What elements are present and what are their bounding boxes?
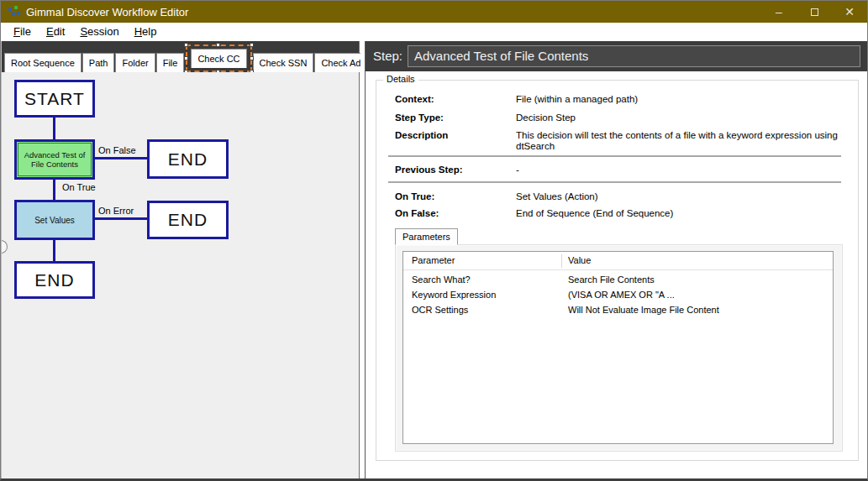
cell-parameter: Search What? bbox=[412, 274, 471, 285]
description-value: This decision will test the contents of … bbox=[516, 130, 860, 152]
connector-setvalues-to-end bbox=[53, 239, 55, 262]
step-title-field: Advanced Test of File Contents bbox=[408, 45, 860, 67]
on-false-value: End of Sequence (End of Sequence) bbox=[516, 208, 860, 219]
menu-edit[interactable]: Edit bbox=[39, 24, 72, 39]
selection-handle[interactable] bbox=[184, 56, 188, 60]
app-window: Gimmal Discover Workflow Editor – ✕ File… bbox=[0, 0, 868, 481]
step-type-label: Step Type: bbox=[395, 112, 444, 123]
selection-handle[interactable] bbox=[250, 43, 254, 47]
context-label: Context: bbox=[395, 94, 434, 104]
menu-help[interactable]: Help bbox=[127, 24, 165, 39]
workflow-canvas[interactable]: On False On True On Error START Advanced… bbox=[2, 72, 359, 479]
details-groupbox: Details Context: File (within a managed … bbox=[376, 80, 859, 461]
minimize-icon[interactable]: – bbox=[761, 1, 797, 23]
cell-value: Search File Contents bbox=[568, 274, 655, 285]
step-label: Step: bbox=[373, 49, 402, 63]
parameters-tabpage: Parameter Value Search What? Search File… bbox=[395, 244, 843, 452]
cell-parameter: OCR Settings bbox=[412, 305, 468, 315]
tab-path[interactable]: Path bbox=[82, 53, 115, 72]
node-start[interactable]: START bbox=[14, 80, 95, 118]
selection-handle[interactable] bbox=[184, 43, 188, 47]
edge-label-on-true: On True bbox=[62, 182, 96, 192]
tab-root-sequence[interactable]: Root Sequence bbox=[4, 53, 82, 72]
parameters-table: Parameter Value Search What? Search File… bbox=[402, 251, 834, 444]
selection-handle[interactable] bbox=[216, 43, 220, 47]
column-header-parameter[interactable]: Parameter bbox=[412, 255, 455, 265]
app-icon bbox=[8, 6, 21, 18]
menu-session[interactable]: Session bbox=[72, 24, 126, 39]
tabs-row: Root Sequence Path Folder File Check CC bbox=[4, 44, 391, 72]
tab-file[interactable]: File bbox=[156, 53, 185, 72]
separator bbox=[388, 181, 841, 183]
maximize-icon[interactable] bbox=[797, 1, 832, 23]
details-legend: Details bbox=[383, 74, 418, 84]
description-label: Description bbox=[395, 130, 448, 140]
step-header: Step: Advanced Test of File Contents bbox=[366, 41, 867, 71]
step-pane: Step: Advanced Test of File Contents Det… bbox=[365, 41, 867, 479]
connector-setvalues-to-end-error bbox=[95, 217, 147, 220]
table-row[interactable]: Keyword Expression (VISA OR AMEX OR "A .… bbox=[403, 288, 833, 303]
parameters-table-header: Parameter Value bbox=[403, 252, 833, 270]
node-advanced-test-label: Advanced Test of File Contents bbox=[18, 143, 92, 176]
tab-folder[interactable]: Folder bbox=[115, 53, 155, 72]
column-divider[interactable] bbox=[561, 254, 562, 268]
cell-parameter: Keyword Expression bbox=[412, 290, 496, 300]
previous-step-label: Previous Step: bbox=[395, 165, 463, 175]
cell-value: (VISA OR AMEX OR "A ... bbox=[568, 290, 675, 300]
table-row[interactable]: Search What? Search File Contents bbox=[403, 273, 833, 288]
connector-decision-to-setvalues bbox=[53, 179, 55, 201]
tab-selection-outline: Check CC bbox=[186, 44, 251, 72]
window-controls: – ✕ bbox=[761, 1, 867, 23]
window-title: Gimmal Discover Workflow Editor bbox=[26, 6, 188, 18]
splitter-collapse-grip[interactable] bbox=[2, 240, 8, 254]
tab-check-cc[interactable]: Check CC bbox=[191, 49, 246, 68]
on-true-label: On True: bbox=[395, 191, 434, 201]
step-type-value: Decision Step bbox=[516, 112, 860, 123]
close-icon[interactable]: ✕ bbox=[832, 1, 867, 23]
step-body: Details Context: File (within a managed … bbox=[366, 71, 867, 479]
tab-check-ssn[interactable]: Check SSN bbox=[253, 53, 314, 72]
connector-decision-to-end-false bbox=[95, 157, 147, 159]
workflow-pane: Root Sequence Path Folder File Check CC bbox=[1, 41, 360, 479]
node-end-final[interactable]: END bbox=[14, 261, 95, 299]
node-end-on-false[interactable]: END bbox=[147, 139, 229, 179]
node-set-values[interactable]: Set Values bbox=[14, 200, 95, 240]
edge-label-on-false: On False bbox=[98, 145, 136, 155]
workflow-tabstrip: Root Sequence Path Folder File Check CC bbox=[2, 41, 359, 72]
titlebar: Gimmal Discover Workflow Editor – ✕ bbox=[1, 1, 867, 23]
column-header-value[interactable]: Value bbox=[568, 255, 591, 265]
cell-value: Will Not Evaluate Image File Content bbox=[568, 305, 719, 315]
node-end-on-error[interactable]: END bbox=[147, 201, 229, 239]
main-content: Root Sequence Path Folder File Check CC bbox=[1, 41, 867, 479]
maximize-glyph bbox=[811, 8, 818, 16]
connector-start-to-decision bbox=[53, 117, 55, 140]
on-true-value: Set Values (Action) bbox=[516, 191, 860, 202]
edge-label-on-error: On Error bbox=[98, 206, 134, 216]
previous-step-value: - bbox=[516, 165, 860, 175]
node-advanced-test[interactable]: Advanced Test of File Contents bbox=[14, 139, 95, 180]
tab-parameters[interactable]: Parameters bbox=[395, 228, 458, 245]
menubar: File Edit Session Help bbox=[1, 23, 867, 41]
menu-file[interactable]: File bbox=[6, 24, 39, 39]
on-false-label: On False: bbox=[395, 208, 439, 218]
separator bbox=[388, 155, 841, 157]
selection-handle[interactable] bbox=[250, 56, 254, 60]
table-row[interactable]: OCR Settings Will Not Evaluate Image Fil… bbox=[403, 303, 833, 318]
context-value: File (within a managed path) bbox=[516, 94, 860, 105]
